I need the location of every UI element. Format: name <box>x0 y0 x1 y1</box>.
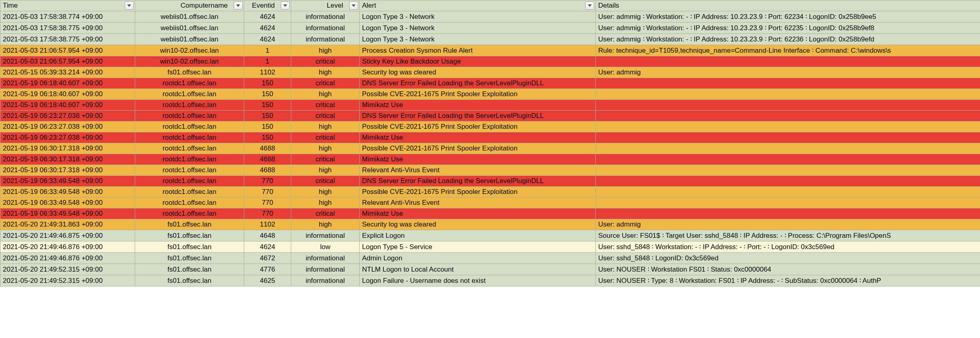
chevron-down-icon <box>283 4 287 7</box>
cell-details: Rule: technique_id=T1059,technique_name=… <box>596 45 980 56</box>
table-row[interactable]: 2021-05-19 06:30:17.318 +09:00rootdc1.of… <box>0 143 980 154</box>
cell-eventid: 4688 <box>244 154 291 165</box>
table-row[interactable]: 2021-05-19 06:18:40.607 +09:00rootdc1.of… <box>0 89 980 100</box>
cell-level: high <box>291 165 360 176</box>
cell-alert: Logon Type 5 - Service <box>360 241 596 253</box>
cell-eventid: 1 <box>244 45 291 56</box>
table-row[interactable]: 2021-05-03 17:58:38.775 +09:00webiis01.o… <box>0 34 980 45</box>
cell-eventid: 4672 <box>244 253 291 264</box>
table-row[interactable]: 2021-05-20 21:49:52.315 +09:00fs01.offse… <box>0 275 980 286</box>
header-alert[interactable]: Alert <box>360 0 596 11</box>
cell-details: User: admmig ∶ Workstation: - ∶ IP Addre… <box>596 23 980 34</box>
cell-alert: DNS Server Error Failed Loading the Serv… <box>360 78 596 89</box>
table-row[interactable]: 2021-05-19 06:30:17.318 +09:00rootdc1.of… <box>0 165 980 176</box>
table-row[interactable]: 2021-05-19 06:33:49.548 +09:00rootdc1.of… <box>0 176 980 187</box>
table-row[interactable]: 2021-05-19 06:33:49.548 +09:00rootdc1.of… <box>0 198 980 208</box>
cell-comp: rootdc1.offsec.lan <box>135 165 244 176</box>
table-row[interactable]: 2021-05-19 06:18:40.607 +09:00rootdc1.of… <box>0 100 980 111</box>
cell-details: User: NOUSER ∶ Type: 8 ∶ Workstation: FS… <box>596 275 980 286</box>
header-computername[interactable]: Computername <box>135 0 244 11</box>
header-details[interactable]: Details <box>596 0 980 11</box>
table-row[interactable]: 2021-05-03 17:58:38.774 +09:00webiis01.o… <box>0 11 980 23</box>
cell-level: critical <box>291 208 360 219</box>
cell-comp: rootdc1.offsec.lan <box>135 187 244 198</box>
table-row[interactable]: 2021-05-03 21:06:57.954 +09:00win10-02.o… <box>0 45 980 56</box>
cell-level: informational <box>291 11 360 23</box>
cell-level: critical <box>291 100 360 111</box>
cell-details: User: sshd_5848 ∶ LogonID: 0x3c569ed <box>596 253 980 264</box>
table-row[interactable]: 2021-05-19 06:33:49.548 +09:00rootdc1.of… <box>0 187 980 198</box>
cell-alert: Sticky Key Like Backdoor Usage <box>360 56 596 67</box>
table-row[interactable]: 2021-05-20 21:49:46.876 +09:00fs01.offse… <box>0 241 980 253</box>
cell-details <box>596 78 980 89</box>
cell-comp: fs01.offsec.lan <box>135 275 244 286</box>
header-time[interactable]: Time <box>0 0 135 11</box>
table-row[interactable]: 2021-05-19 06:23:27.038 +09:00rootdc1.of… <box>0 122 980 132</box>
cell-eventid: 4625 <box>244 275 291 286</box>
table-row[interactable]: 2021-05-19 06:30:17.318 +09:00rootdc1.of… <box>0 154 980 165</box>
filter-eventid-button[interactable] <box>281 2 290 10</box>
table-row[interactable]: 2021-05-19 06:18:40.607 +09:00rootdc1.of… <box>0 78 980 89</box>
chevron-down-icon <box>236 4 240 7</box>
cell-level: informational <box>291 275 360 286</box>
table-row[interactable]: 2021-05-19 06:23:27.038 +09:00rootdc1.of… <box>0 111 980 122</box>
cell-level: high <box>291 198 360 208</box>
cell-level: high <box>291 143 360 154</box>
table-row[interactable]: 2021-05-03 17:58:38.775 +09:00webiis01.o… <box>0 23 980 34</box>
cell-alert: Possible CVE-2021-1675 Print Spooler Exp… <box>360 143 596 154</box>
cell-eventid: 4624 <box>244 11 291 23</box>
cell-comp: rootdc1.offsec.lan <box>135 198 244 208</box>
table-row[interactable]: 2021-05-20 21:49:52.315 +09:00fs01.offse… <box>0 264 980 275</box>
header-level-label: Level <box>327 2 343 9</box>
cell-time: 2021-05-03 17:58:38.775 +09:00 <box>0 23 135 34</box>
cell-time: 2021-05-03 17:58:38.774 +09:00 <box>0 11 135 23</box>
cell-details <box>596 154 980 165</box>
cell-eventid: 1102 <box>244 219 291 230</box>
cell-level: critical <box>291 78 360 89</box>
cell-alert: Relevant Anti-Virus Event <box>360 165 596 176</box>
cell-eventid: 4624 <box>244 23 291 34</box>
table-row[interactable]: 2021-05-15 05:39:33.214 +09:00fs01.offse… <box>0 67 980 78</box>
cell-level: informational <box>291 23 360 34</box>
table-row[interactable]: 2021-05-19 06:33:49.548 +09:00rootdc1.of… <box>0 208 980 219</box>
cell-comp: webiis01.offsec.lan <box>135 23 244 34</box>
cell-time: 2021-05-20 21:49:52.315 +09:00 <box>0 264 135 275</box>
header-time-label: Time <box>3 2 18 9</box>
cell-time: 2021-05-19 06:33:49.548 +09:00 <box>0 208 135 219</box>
cell-comp: rootdc1.offsec.lan <box>135 208 244 219</box>
table-row[interactable]: 2021-05-20 21:49:46.876 +09:00fs01.offse… <box>0 253 980 264</box>
header-level[interactable]: Level <box>291 0 360 11</box>
cell-eventid: 150 <box>244 78 291 89</box>
header-details-label: Details <box>598 2 619 9</box>
cell-time: 2021-05-03 17:58:38.775 +09:00 <box>0 34 135 45</box>
cell-comp: rootdc1.offsec.lan <box>135 154 244 165</box>
cell-comp: rootdc1.offsec.lan <box>135 122 244 132</box>
cell-alert: Security log was cleared <box>360 67 596 78</box>
cell-alert: Possible CVE-2021-1675 Print Spooler Exp… <box>360 89 596 100</box>
filter-computername-button[interactable] <box>234 2 243 10</box>
table-row[interactable]: 2021-05-19 06:23:27.038 +09:00rootdc1.of… <box>0 132 980 143</box>
cell-eventid: 1102 <box>244 67 291 78</box>
cell-alert: Admin Logon <box>360 253 596 264</box>
cell-time: 2021-05-20 21:49:46.875 +09:00 <box>0 230 135 241</box>
cell-alert: Process Creation Sysmon Rule Alert <box>360 45 596 56</box>
cell-comp: webiis01.offsec.lan <box>135 11 244 23</box>
cell-time: 2021-05-15 05:39:33.214 +09:00 <box>0 67 135 78</box>
cell-level: high <box>291 89 360 100</box>
cell-level: high <box>291 45 360 56</box>
cell-level: critical <box>291 176 360 187</box>
cell-level: critical <box>291 111 360 122</box>
cell-time: 2021-05-19 06:30:17.318 +09:00 <box>0 143 135 154</box>
filter-level-button[interactable] <box>349 2 358 10</box>
cell-eventid: 150 <box>244 111 291 122</box>
cell-eventid: 1 <box>244 56 291 67</box>
log-table: Time Computername Eventid Level <box>0 0 980 286</box>
filter-alert-button[interactable] <box>585 2 594 10</box>
header-eventid[interactable]: Eventid <box>244 0 291 11</box>
filter-time-button[interactable] <box>125 2 134 10</box>
table-row[interactable]: 2021-05-03 21:06:57.954 +09:00win10-02.o… <box>0 56 980 67</box>
cell-eventid: 770 <box>244 187 291 198</box>
table-row[interactable]: 2021-05-20 21:49:31.863 +09:00fs01.offse… <box>0 219 980 230</box>
table-row[interactable]: 2021-05-20 21:49:46.875 +09:00fs01.offse… <box>0 230 980 241</box>
cell-eventid: 770 <box>244 176 291 187</box>
